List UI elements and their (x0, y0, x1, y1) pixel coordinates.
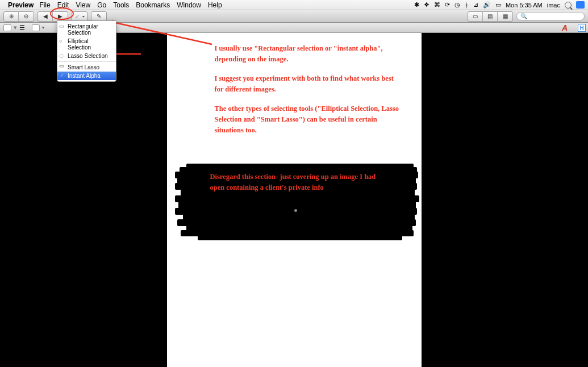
list-icon[interactable]: ☰ (19, 24, 25, 31)
content-viewport: I usually use "Rectangular selection or … (0, 33, 588, 367)
prev-button[interactable]: ◀ (38, 12, 53, 21)
menu-tools[interactable]: Tools (113, 1, 129, 9)
paragraph-2: I suggest you experiment with both to fi… (215, 73, 403, 95)
divider: ▾ (14, 24, 17, 31)
bluetooth-icon[interactable]: ᚼ (465, 2, 469, 9)
app-name[interactable]: Preview (8, 1, 34, 9)
dd-instant-alpha[interactable]: ⟋ Instant Alpha (57, 72, 116, 80)
document-page: I usually use "Rectangular selection or … (167, 33, 422, 367)
menubar-clock[interactable]: Mon 5:35 AM (506, 2, 543, 9)
select-tool-group[interactable]: ⟋ ▾ (72, 11, 87, 22)
dd-elliptical-selection[interactable]: ○ Elliptical Selection (57, 37, 116, 52)
nav-group: ◀ ▶ (37, 11, 68, 22)
view-mode-group: ▭ ▤ ▦ (468, 11, 513, 22)
help-h-icon[interactable]: H (578, 24, 586, 32)
lasso-icon: ◌ (59, 53, 64, 59)
smart-lasso-icon: ▭ (59, 63, 64, 69)
menu-go[interactable]: Go (97, 1, 106, 9)
annotate-button[interactable]: ✎ (91, 11, 107, 22)
menu-window[interactable]: Window (177, 1, 201, 9)
dd-label: Lasso Selection (68, 53, 108, 59)
wifi-icon[interactable]: ⊿ (473, 1, 478, 9)
menu-view[interactable]: View (76, 1, 90, 9)
view-mode-2[interactable]: ▤ (483, 12, 498, 21)
fast-user-switch-icon[interactable] (576, 1, 585, 9)
dropbox-icon[interactable]: ❖ (424, 1, 429, 9)
zoom-group: ⊕ ⊖ (3, 11, 34, 22)
paragraph-1: I usually use "Rectangular selection or … (215, 43, 403, 65)
menu-bookmarks[interactable]: Bookmarks (136, 1, 170, 9)
menu-file[interactable]: File (39, 1, 50, 9)
sync-icon[interactable]: ⟳ (445, 1, 450, 9)
dd-rectangular-selection[interactable]: ▭ Rectangular Selection (57, 22, 116, 37)
menubar: Preview File Edit View Go Tools Bookmark… (0, 0, 588, 10)
menu-edit[interactable]: Edit (57, 1, 69, 9)
clock-icon[interactable]: ◷ (454, 1, 460, 9)
search-icon: 🔍 (520, 13, 527, 19)
shape-rect[interactable] (32, 24, 40, 31)
pencil-icon[interactable]: ✎ (91, 12, 106, 21)
dd-smart-lasso[interactable]: ▭ Smart Lasso (57, 61, 116, 72)
display-icon[interactable]: ▭ (495, 1, 501, 9)
sidebar-toggle[interactable] (3, 24, 11, 31)
redact-caption: Disregard this section- just covering up… (210, 172, 392, 194)
menubar-user[interactable]: imac (547, 2, 560, 9)
dd-label: Rectangular Selection (68, 23, 98, 36)
cmd-icon[interactable]: ⌘ (434, 1, 440, 9)
dd-lasso-selection[interactable]: ◌ Lasso Selection (57, 52, 116, 60)
volume-icon[interactable]: 🔊 (483, 1, 491, 9)
redacted-block: Disregard this section- just covering up… (175, 164, 419, 243)
toolbar-search[interactable]: 🔍 (516, 12, 585, 20)
next-button[interactable]: ▶ (53, 12, 68, 21)
spotlight-icon[interactable] (565, 2, 572, 9)
rect-icon: ▭ (59, 23, 64, 29)
menu-help[interactable]: Help (208, 1, 222, 9)
status-icons: ✱ ❖ ⌘ ⟳ ◷ ᚼ ⊿ 🔊 ▭ Mon 5:35 AM imac (414, 1, 585, 9)
dd-label: Instant Alpha (68, 73, 101, 79)
select-tool-button[interactable]: ⟋ ▾ (72, 12, 87, 21)
view-mode-1[interactable]: ▭ (468, 12, 483, 21)
dd-label: Smart Lasso (68, 64, 99, 70)
annotation-a-icon[interactable]: A (562, 23, 568, 32)
dropdown-icon[interactable]: ▾ (42, 25, 44, 30)
view-mode-3[interactable]: ▦ (498, 12, 512, 21)
zoom-out-button[interactable]: ⊖ (19, 12, 34, 21)
dd-label: Elliptical Selection (68, 38, 91, 51)
selection-dropdown: ▭ Rectangular Selection ○ Elliptical Sel… (57, 20, 116, 82)
zoom-in-button[interactable]: ⊕ (4, 12, 19, 21)
ellipse-icon: ○ (59, 38, 62, 44)
wand-icon: ⟋ (59, 73, 64, 78)
paragraph-3: The other types of selecting tools ("Ell… (215, 103, 403, 136)
evernote-icon[interactable]: ✱ (414, 1, 419, 9)
